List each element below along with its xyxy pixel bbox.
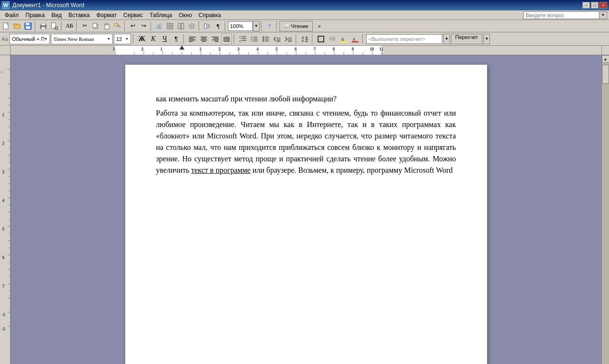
underline-button[interactable]: Ч	[160, 34, 170, 44]
svg-rect-16	[115, 23, 118, 26]
new-button[interactable]	[1, 21, 11, 31]
highlight-button[interactable]: А	[339, 34, 349, 44]
paste-button[interactable]	[101, 21, 112, 31]
sort-button[interactable]: ЯА	[300, 34, 310, 44]
save-button[interactable]	[23, 21, 33, 31]
maximize-button[interactable]: □	[591, 2, 599, 9]
spell-button[interactable]: АБ	[64, 21, 75, 31]
close-button[interactable]: ×	[599, 2, 607, 9]
align-justify-button[interactable]	[221, 34, 232, 44]
cut-button[interactable]: ✂	[80, 21, 90, 31]
fmt-sep1	[133, 34, 135, 44]
align-right-button[interactable]	[210, 34, 220, 44]
separator4	[124, 21, 126, 31]
document-content[interactable]: как изменить масштаб при чтении любой ин…	[156, 93, 456, 176]
undo-button[interactable]: ↩	[128, 21, 138, 31]
title-bar-left: W Документ1 - Microsoft Word	[2, 1, 84, 9]
svg-line-17	[118, 25, 120, 28]
indent-decrease-button[interactable]	[272, 34, 282, 44]
italic-button[interactable]: К	[148, 34, 159, 44]
paragraph-button[interactable]: ¶	[171, 34, 181, 44]
style-select[interactable]: Обычный + По с ▼	[10, 34, 50, 44]
svg-text:А: А	[301, 39, 304, 42]
svg-text:4: 4	[2, 198, 4, 203]
svg-text:1: 1	[2, 113, 4, 117]
recalc-dropdown[interactable]: ▼	[483, 34, 490, 44]
format-painter-button[interactable]	[112, 21, 123, 31]
svg-text:4: 4	[257, 47, 259, 51]
zoom-dropdown-button[interactable]: ▼	[253, 21, 260, 31]
app-icon: W	[2, 1, 10, 9]
svg-text:5: 5	[2, 227, 4, 231]
svg-text:1: 1	[160, 47, 162, 51]
reading-mode-button[interactable]: 📖 Чтение	[280, 21, 313, 31]
formula-value[interactable]: <Выполните пересчет>	[366, 34, 442, 44]
search-input[interactable]	[523, 11, 599, 19]
preview-button[interactable]	[49, 21, 60, 31]
document-scroll-area[interactable]: как изменить масштаб при чтении любой ин…	[10, 55, 601, 364]
svg-text:10: 10	[370, 47, 374, 51]
separator5	[150, 21, 152, 31]
search-dropdown-button[interactable]: ▼	[599, 11, 607, 19]
svg-text:-2: -2	[2, 327, 5, 331]
menu-window[interactable]: Окно	[176, 11, 195, 19]
drawing-button[interactable]	[187, 21, 197, 31]
hyperlink-button[interactable]: 🔗	[154, 21, 164, 31]
vscroll-thumb[interactable]	[602, 65, 609, 84]
svg-text:2: 2	[219, 47, 220, 51]
font-select[interactable]: Times New Roman ▼	[51, 34, 113, 44]
menu-format[interactable]: Формат	[93, 11, 120, 19]
svg-text:-1: -1	[2, 313, 5, 317]
indent-increase-button[interactable]	[283, 34, 294, 44]
menu-file[interactable]: Файл	[2, 11, 22, 19]
zoom-value[interactable]: 100%	[228, 21, 253, 31]
columns-button[interactable]	[176, 21, 186, 31]
shading-button[interactable]: ΑΒ	[327, 34, 338, 44]
linespacing-button[interactable]	[238, 34, 248, 44]
print-button[interactable]	[38, 21, 49, 31]
showparagraph-button[interactable]: ¶	[213, 21, 223, 31]
menu-insert[interactable]: Вставка	[66, 11, 93, 19]
bold-button[interactable]: Ж	[137, 34, 147, 44]
minimize-button[interactable]: –	[582, 2, 590, 9]
more-toolbar-button[interactable]: »	[314, 21, 325, 31]
fmt-sep4	[296, 34, 298, 44]
align-left-button[interactable]	[187, 34, 198, 44]
svg-rect-74	[318, 36, 324, 42]
svg-text:-: -	[1, 70, 2, 74]
open-button[interactable]	[12, 21, 22, 31]
formula-dropdown[interactable]: ▼	[443, 34, 450, 44]
svg-rect-7	[41, 23, 45, 25]
vscroll-track[interactable]	[602, 63, 609, 364]
table-button[interactable]	[165, 21, 175, 31]
numlist-button[interactable]: 1.2.3.	[249, 34, 260, 44]
editor-area: 3 2 1 1 2 3 4 5	[0, 46, 609, 364]
docmap-button[interactable]	[202, 21, 212, 31]
formula-bar: <Выполните пересчет> ▼ Пересчет ▼	[366, 34, 608, 44]
help-button[interactable]: ?	[264, 21, 275, 31]
fontcolor-button[interactable]: А	[350, 34, 360, 44]
menu-help[interactable]: Справка	[196, 11, 224, 19]
copy-button[interactable]	[90, 21, 101, 31]
svg-text:2: 2	[2, 141, 4, 146]
align-center-button[interactable]	[199, 34, 209, 44]
vertical-ruler: - 1 2 3 4	[0, 55, 10, 364]
vertical-scrollbar[interactable]: ▲ ● ▲ ▼	[601, 55, 609, 364]
separator	[35, 21, 37, 31]
font-select-arrow: ▼	[107, 37, 110, 40]
menu-table[interactable]: Таблица	[147, 11, 175, 19]
recalc-button[interactable]: Пересчет	[451, 34, 482, 44]
font-size-select[interactable]: 12 ▼	[114, 34, 131, 44]
vscroll-up-button[interactable]: ▲	[602, 55, 609, 63]
border-button[interactable]	[316, 34, 326, 44]
menu-edit[interactable]: Правка	[23, 11, 48, 19]
menu-view[interactable]: Вид	[49, 11, 65, 19]
svg-rect-78	[352, 41, 359, 42]
redo-button[interactable]: ↪	[139, 21, 149, 31]
bulletlist-button[interactable]	[260, 34, 271, 44]
svg-text:9: 9	[352, 47, 354, 51]
menu-service[interactable]: Сервис	[120, 11, 146, 19]
svg-text:5: 5	[276, 47, 278, 51]
separator6	[199, 21, 200, 31]
toolbar2: Аа Обычный + По с ▼ Times New Roman ▼ 12…	[0, 32, 609, 46]
